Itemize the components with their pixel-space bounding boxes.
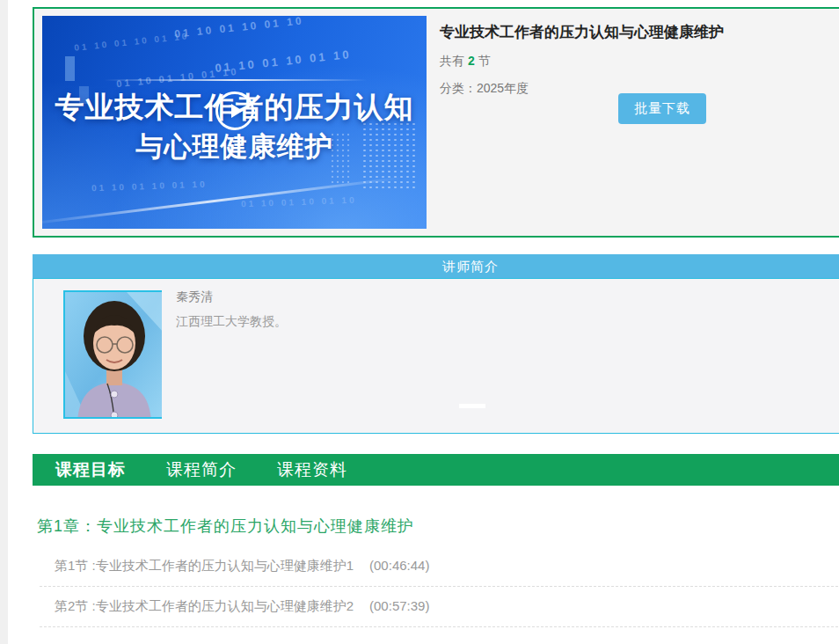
instructor-photo [63,290,162,419]
instructor-panel: 秦秀清 江西理工大学教授。 [33,278,839,434]
course-thumbnail[interactable]: 01 10 01 10 01 10 01 10 01 10 01 10 01 1… [42,16,427,229]
main-content: 01 10 01 10 01 10 01 10 01 10 01 10 01 1… [33,0,839,644]
thumbnail-digit-texture: 01 10 01 10 01 10 [74,31,190,53]
loading-dash [459,404,485,408]
play-button[interactable] [215,91,254,130]
lesson-title: 第2节 :专业技术工作者的压力认知与心理健康维护2 [55,598,354,613]
page-left-gutter [0,0,8,644]
thumbnail-digit-texture: 01 10 01 10 01 10 [116,66,239,90]
lesson-row[interactable]: 第1节 :专业技术工作者的压力认知与心理健康维护1(00:46:44) [40,546,839,587]
course-tabs: 课程目标 课程简介 课程资料 [33,454,839,486]
play-icon [231,104,243,118]
lesson-duration: (00:57:39) [369,598,429,613]
chapter-heading: 第1章：专业技术工作者的压力认知与心理健康维护 [37,516,414,537]
thumbnail-light-streak [104,79,368,81]
instructor-bio: 江西理工大学教授。 [176,314,287,330]
tab-course-objectives[interactable]: 课程目标 [55,458,126,481]
lesson-duration: (00:46:44) [369,558,429,573]
course-info: 专业技术工作者的压力认知与心理健康维护 共有 2 节 分类：2025年度 [440,23,839,97]
thumbnail-title-line2: 与心理健康维护 [42,128,427,165]
thumbnail-digit-texture: 01 10 01 10 01 10 [241,195,357,209]
lesson-row[interactable]: 第2节 :专业技术工作者的压力认知与心理健康维护2(00:57:39) [40,587,839,627]
thumbnail-digit-texture: 01 10 01 10 01 10 [91,179,208,194]
instructor-section-header: 讲师简介 [33,254,839,278]
sections-count: 2 [468,54,475,68]
course-sections-meta: 共有 2 节 [440,54,839,70]
tab-course-materials[interactable]: 课程资料 [277,458,347,481]
course-title: 专业技术工作者的压力认知与心理健康维护 [440,23,839,42]
lesson-title: 第1节 :专业技术工作者的压力认知与心理健康维护1 [55,558,354,573]
instructor-name: 秦秀清 [176,289,213,305]
batch-download-button[interactable]: 批量下载 [618,93,706,124]
thumbnail-digit-texture: 01 10 01 10 01 10 [174,16,304,40]
lesson-list: 第1节 :专业技术工作者的压力认知与心理健康维护1(00:46:44) 第2节 … [40,546,839,627]
course-card: 01 10 01 10 01 10 01 10 01 10 01 10 01 1… [33,7,839,238]
tab-course-intro[interactable]: 课程简介 [166,458,237,481]
instructor-portrait-art [65,292,162,419]
thumbnail-decoration [65,56,75,81]
